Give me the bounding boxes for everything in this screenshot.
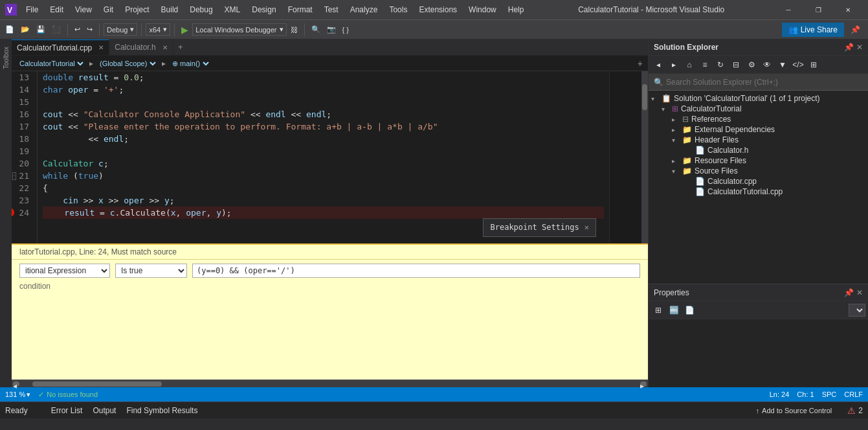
live-share-button[interactable]: 👥 Live Share	[782, 23, 844, 37]
menu-file[interactable]: File	[21, 3, 43, 17]
save-button[interactable]: 💾	[34, 24, 48, 35]
se-toggle-button[interactable]: ≡	[698, 58, 712, 72]
se-refresh-button[interactable]: ↻	[713, 58, 728, 72]
tree-external-deps[interactable]: ▸ 📁 External Dependencies	[649, 124, 868, 135]
se-preview-button[interactable]: 👁	[760, 58, 774, 72]
save-all-button[interactable]: ⬛	[49, 24, 63, 35]
se-back-button[interactable]: ◂	[651, 58, 665, 72]
open-button[interactable]: 📂	[18, 24, 32, 35]
h-scroll-right[interactable]: ▸	[640, 381, 647, 387]
menu-view[interactable]: View	[70, 3, 97, 17]
se-code-button[interactable]: </>	[791, 58, 805, 72]
code-button[interactable]: { }	[340, 25, 351, 35]
horizontal-scrollbar-thumb[interactable]	[32, 381, 162, 387]
tree-source-files[interactable]: ▾ 📁 Source Files	[649, 166, 868, 176]
window-title: CalculatorTutorial - Microsoft Visual St…	[529, 5, 773, 14]
add-to-source-control-button[interactable]: ↑ Add to Source Control	[756, 407, 832, 414]
solution-explorer-close[interactable]: ✕	[856, 43, 863, 52]
tab-close-calculator-tutorial[interactable]: ✕	[98, 44, 104, 51]
collapse-btn-21[interactable]: −	[12, 172, 17, 180]
menu-help[interactable]: Help	[503, 3, 529, 17]
git-errors[interactable]: ⚠ 2	[847, 405, 863, 416]
tab-error-list[interactable]: Error List	[49, 405, 85, 416]
tree-references[interactable]: ▸ ⊟ References	[649, 114, 868, 124]
tab-close-calculator-h[interactable]: ✕	[162, 44, 168, 51]
debugger-dropdown[interactable]: Local Windows Debugger ▾	[192, 23, 286, 36]
condition-expression-input[interactable]	[192, 264, 640, 278]
code-editor[interactable]: 13 14 15 16 17 18 19 20 −21 22 23 24	[12, 71, 648, 243]
tree-header-files[interactable]: ▾ 📁 Header Files	[649, 135, 868, 145]
play-button[interactable]: ▶	[179, 23, 191, 36]
is-true-select[interactable]: Is true Is false When changed	[115, 264, 187, 278]
toolbox-label: Toolbox	[3, 47, 10, 69]
platform-dropdown[interactable]: x64 ▾	[146, 23, 170, 36]
horizontal-scrollbar[interactable]: ◂ ▸	[12, 379, 648, 387]
status-line-ending[interactable]: CRLF	[844, 390, 863, 398]
add-document-button[interactable]: +	[638, 58, 643, 69]
tab-calculator-tutorial[interactable]: CalculatorTutorial.cpp ✕	[12, 40, 109, 55]
tree-calculator-tutorial-cpp-arrow	[685, 188, 695, 196]
attach-button[interactable]: ⛓	[288, 25, 300, 35]
close-button[interactable]: ✕	[833, 0, 863, 19]
camera-button[interactable]: 📷	[324, 24, 339, 35]
vertical-scrollbar[interactable]	[641, 71, 648, 243]
tree-calculator-h[interactable]: 📄 Calculator.h	[649, 145, 868, 155]
condition-type-select[interactable]: itional Expression Hit Count Filter	[19, 264, 110, 278]
menu-project[interactable]: Project	[120, 3, 154, 17]
breakpoint-popup-close[interactable]: ✕	[584, 221, 589, 234]
menu-test[interactable]: Test	[319, 3, 344, 17]
tree-references-label: References	[691, 115, 731, 124]
scope-selector[interactable]: CalculatorTutorial	[17, 59, 85, 68]
tree-calculator-tutorial-cpp[interactable]: 📄 CalculatorTutorial.cpp	[649, 187, 868, 197]
tree-calculator-cpp[interactable]: 📄 Calculator.cpp	[649, 176, 868, 187]
menu-format[interactable]: Format	[283, 3, 318, 17]
new-project-button[interactable]: 📄	[3, 24, 17, 35]
properties-dropdown[interactable]	[849, 304, 865, 317]
tab-find-symbol-results[interactable]: Find Symbol Results	[124, 405, 200, 416]
zoom-level[interactable]: 131 % ▾	[5, 390, 30, 399]
se-collapse-button[interactable]: ⊟	[729, 58, 743, 72]
maximize-button[interactable]: ❐	[803, 0, 833, 19]
h-scroll-left[interactable]: ◂	[13, 381, 19, 387]
properties-pin[interactable]: 📌	[844, 288, 854, 297]
tree-project[interactable]: ▾ ⊞ CalculatorTutorial	[649, 104, 868, 114]
vertical-scrollbar-thumb[interactable]	[642, 84, 647, 110]
menu-edit[interactable]: Edit	[45, 3, 69, 17]
redo-button[interactable]: ↪	[84, 24, 95, 35]
tab-calculator-h[interactable]: Calculator.h ✕	[109, 40, 173, 55]
undo-button[interactable]: ↩	[72, 24, 83, 35]
properties-close[interactable]: ✕	[856, 288, 863, 297]
se-extra-button[interactable]: ⊞	[807, 58, 821, 72]
menu-tools[interactable]: Tools	[384, 3, 412, 17]
properties-categorized[interactable]: ⊞	[651, 303, 665, 317]
new-tab-button[interactable]: +	[173, 40, 188, 55]
search-button[interactable]: 🔍	[309, 24, 323, 35]
se-properties-button[interactable]: ⚙	[744, 58, 759, 72]
code-content[interactable]: double result = 0.0; char oper = '+' ; c…	[38, 71, 609, 243]
tree-resource-files[interactable]: ▸ 📁 Resource Files	[649, 155, 868, 166]
se-home-button[interactable]: ⌂	[682, 58, 696, 72]
tree-solution[interactable]: ▾ 📋 Solution 'CalculatorTutorial' (1 of …	[649, 93, 868, 104]
properties-alphabetical[interactable]: 🔤	[667, 303, 681, 317]
minimize-button[interactable]: ─	[773, 0, 803, 19]
menu-extensions[interactable]: Extensions	[414, 3, 462, 17]
se-filter-button[interactable]: ▼	[775, 58, 790, 72]
solution-explorer-pin[interactable]: 📌	[844, 43, 854, 52]
debug-config-dropdown[interactable]: Debug ▾	[104, 23, 137, 36]
se-forward-button[interactable]: ▸	[667, 58, 681, 72]
menu-git[interactable]: Git	[98, 3, 118, 17]
pin-button[interactable]: 📌	[845, 23, 865, 37]
global-scope-selector[interactable]: (Global Scope)	[97, 59, 158, 68]
properties-page[interactable]: 📄	[682, 303, 696, 317]
menu-analyze[interactable]: Analyze	[345, 3, 383, 17]
menu-build[interactable]: Build	[156, 3, 184, 17]
breakpoint-settings-popup: Breakpoint Settings ✕	[483, 218, 596, 237]
solution-explorer-search-input[interactable]	[666, 78, 863, 87]
tab-label-calculator-tutorial: CalculatorTutorial.cpp	[17, 43, 92, 52]
menu-window[interactable]: Window	[463, 3, 502, 17]
tab-output[interactable]: Output	[90, 405, 118, 416]
menu-xml[interactable]: XML	[219, 3, 246, 17]
function-selector[interactable]: ⊕ main()	[170, 59, 211, 68]
menu-design[interactable]: Design	[247, 3, 281, 17]
menu-debug[interactable]: Debug	[184, 3, 217, 17]
